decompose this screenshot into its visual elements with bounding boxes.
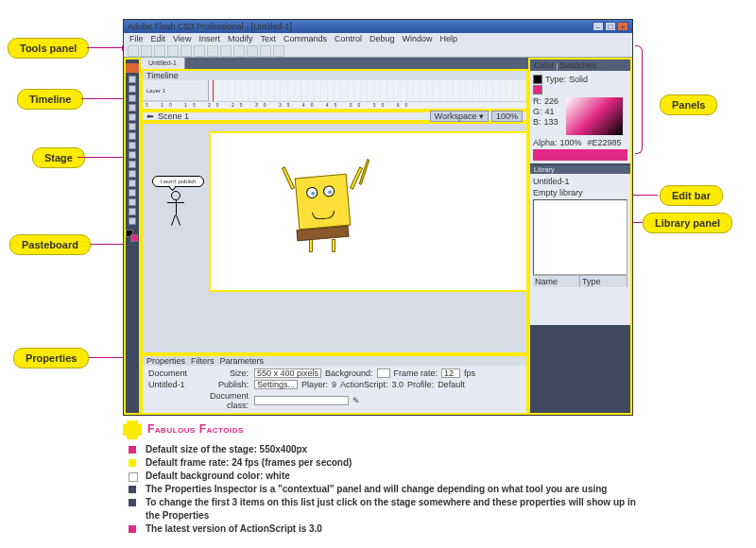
size-button[interactable]: 550 x 400 pixels — [254, 368, 321, 378]
library-preview — [533, 199, 627, 275]
tool-icon[interactable] — [220, 45, 232, 57]
stage[interactable] — [209, 131, 528, 292]
menu-item[interactable]: Help — [440, 34, 458, 43]
brush-tool-icon[interactable] — [129, 161, 136, 168]
doc-tabs: Untitled-1 — [141, 58, 528, 69]
menu-item[interactable]: Text — [260, 34, 276, 43]
doc-label: Document — [148, 368, 186, 378]
col-type[interactable]: Type — [580, 276, 627, 287]
tool-icon[interactable] — [194, 45, 205, 57]
docclass-input[interactable] — [254, 396, 349, 405]
hand-tool-icon[interactable] — [129, 208, 136, 215]
menu-item[interactable]: View — [173, 34, 191, 43]
menu-item[interactable]: Control — [335, 34, 362, 43]
text-tool-icon[interactable] — [129, 123, 136, 130]
tool-icon[interactable] — [207, 45, 218, 57]
menu-item[interactable]: File — [129, 34, 144, 43]
pasteboard[interactable]: I won't publish — [141, 122, 528, 354]
stickman-graphic[interactable]: I won't publish — [152, 176, 204, 229]
color-swatches[interactable] — [126, 230, 139, 243]
menu-item[interactable]: Edit — [151, 34, 166, 43]
maximize-icon[interactable]: □ — [605, 22, 616, 31]
fill-swatch[interactable] — [533, 85, 542, 94]
pencil-tool-icon[interactable] — [129, 151, 136, 159]
frames-area[interactable] — [209, 80, 526, 101]
paint-bucket-tool-icon[interactable] — [129, 180, 136, 187]
tab-parameters[interactable]: Parameters — [220, 356, 265, 366]
tool-icon[interactable] — [128, 45, 139, 57]
pencil-icon[interactable]: ✎ — [352, 396, 360, 405]
scene-label[interactable]: Scene 1 — [158, 111, 189, 121]
selection-tool-icon[interactable] — [129, 76, 136, 83]
tool-icon[interactable] — [167, 45, 179, 57]
hex-input[interactable]: #E22985 — [588, 138, 626, 147]
tool-icon[interactable] — [247, 45, 258, 57]
col-name[interactable]: Name — [533, 276, 580, 287]
menu-item[interactable]: Debug — [369, 34, 395, 43]
panel-title[interactable]: Color — [534, 60, 555, 70]
player-label: Player: — [301, 380, 328, 389]
panel-title[interactable]: Swatches — [559, 60, 596, 70]
tool-icon[interactable] — [260, 45, 271, 57]
menu-item[interactable]: Window — [403, 34, 433, 43]
right-panels: Color | Swatches Type:Solid R:226 G:41 B… — [528, 58, 632, 415]
tool-icon[interactable] — [180, 45, 192, 57]
zoom-select[interactable]: 100% — [491, 111, 523, 122]
workspace-select[interactable]: Workspace ▾ — [430, 111, 489, 122]
close-icon[interactable]: × — [617, 22, 628, 31]
type-select[interactable]: Solid — [569, 75, 588, 84]
factoid-item: To change the first 3 items on this list… — [123, 496, 652, 522]
fps-label: fps — [464, 368, 475, 378]
settings-button[interactable]: Settings... — [254, 380, 298, 389]
lasso-tool-icon[interactable] — [129, 104, 136, 111]
ink-tool-icon[interactable] — [129, 170, 136, 178]
rectangle-tool-icon[interactable] — [129, 142, 136, 149]
library-select[interactable]: Untitled-1 — [533, 177, 627, 186]
tool-icon[interactable] — [233, 45, 245, 57]
stroke-swatch[interactable] — [533, 75, 542, 84]
framerate-input[interactable]: 12 — [441, 368, 460, 378]
menu-item[interactable]: Modify — [228, 34, 253, 43]
back-icon[interactable]: ⬅ — [146, 111, 154, 121]
r-input[interactable]: 226 — [544, 96, 563, 106]
alpha-input[interactable]: 100% — [560, 138, 585, 147]
title-bar[interactable]: Adobe Flash CS3 Professional - [Untitled… — [124, 20, 632, 33]
callout-library: Library panel — [643, 213, 732, 233]
zoom-tool-icon[interactable] — [129, 217, 136, 225]
menu-item[interactable]: Insert — [198, 34, 220, 43]
brace — [635, 45, 643, 154]
spongebob-graphic[interactable] — [284, 176, 360, 261]
library-list[interactable]: NameType — [533, 275, 627, 322]
callout-editbar: Edit bar — [660, 185, 723, 206]
layer-row[interactable]: Layer 1 — [143, 80, 208, 101]
framerate-label: Frame rate: — [394, 368, 438, 378]
eraser-tool-icon[interactable] — [129, 198, 136, 206]
tab-filters[interactable]: Filters — [191, 356, 215, 366]
panel-title[interactable]: Library — [530, 165, 630, 174]
tool-icon[interactable] — [154, 45, 165, 57]
playhead[interactable] — [213, 80, 214, 101]
edit-bar: ⬅ Scene 1 Workspace ▾ 100% — [141, 111, 528, 122]
b-input[interactable]: 133 — [544, 117, 563, 127]
menu-item[interactable]: Commands — [284, 34, 327, 43]
as-value: 3.0 — [392, 380, 404, 389]
tool-icon[interactable] — [141, 45, 152, 57]
doc-tab[interactable]: Untitled-1 — [141, 58, 185, 69]
free-transform-tool-icon[interactable] — [129, 94, 136, 102]
app-window: Adobe Flash CS3 Professional - [Untitled… — [123, 19, 633, 416]
bg-swatch[interactable] — [377, 368, 390, 378]
tool-icon[interactable] — [273, 45, 284, 57]
factoids: Fabulous Factoids Default size of the st… — [123, 420, 652, 536]
g-input[interactable]: 41 — [545, 107, 564, 116]
eyedropper-tool-icon[interactable] — [129, 189, 136, 197]
subselect-tool-icon[interactable] — [129, 85, 136, 93]
line-tool-icon[interactable] — [129, 132, 136, 140]
color-picker[interactable] — [566, 97, 623, 135]
pen-tool-icon[interactable] — [129, 113, 136, 121]
size-label: Size: — [192, 368, 249, 378]
tab-properties[interactable]: Properties — [146, 356, 185, 366]
callout-pasteboard: Pasteboard — [9, 234, 91, 255]
minimize-icon[interactable]: – — [593, 22, 604, 31]
arrow — [87, 47, 127, 48]
factoid-item: The latest version of ActionScript is 3.… — [123, 522, 652, 536]
